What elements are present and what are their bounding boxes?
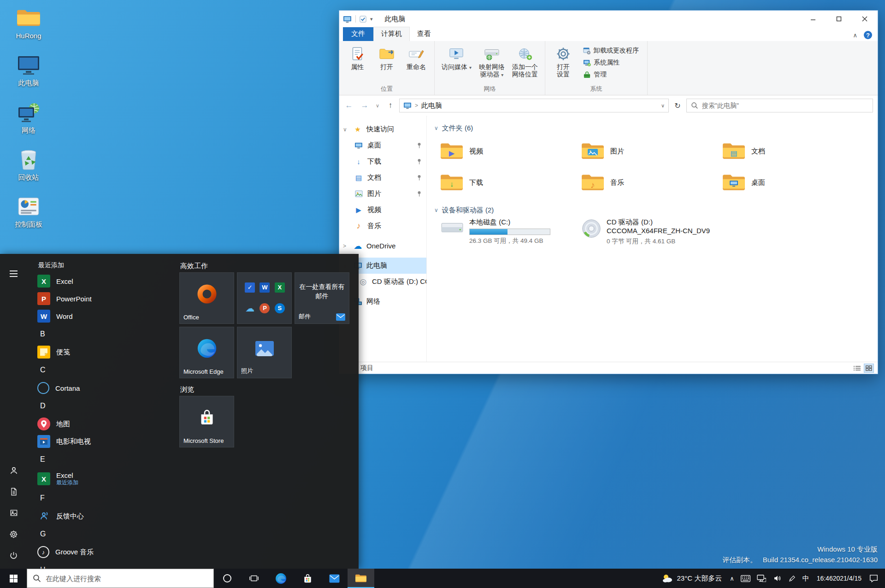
app-item-cortana[interactable]: Cortana [27, 379, 177, 397]
explorer-titlebar[interactable]: ▾ 此电脑 [339, 11, 878, 27]
uninstall-program-button[interactable]: 卸载或更改程序 [581, 46, 641, 56]
section-devices[interactable]: ∨ 设备和驱动器 (2) [434, 204, 878, 216]
access-media-button[interactable]: 访问媒体 ▾ [438, 44, 475, 72]
chevron-down-icon[interactable]: ∨ [343, 126, 352, 133]
close-button[interactable] [852, 11, 878, 27]
system-properties-button[interactable]: 系统属性 [581, 58, 641, 68]
app-item-word[interactable]: W Word [27, 307, 177, 325]
touch-keyboard-icon[interactable] [738, 569, 754, 588]
action-center-icon[interactable] [866, 569, 882, 588]
folder-tile-desktop[interactable]: 桌面 [720, 169, 855, 196]
nav-quick-access[interactable]: ∨ ★ 快速访问 [339, 121, 426, 137]
app-item-maps[interactable]: 地图 [27, 415, 177, 433]
desktop-icon-this-pc[interactable]: 此电脑 [6, 52, 52, 88]
letter-header-d[interactable]: D [27, 397, 177, 415]
tile-office[interactable]: Office [179, 272, 234, 324]
folder-tile-videos[interactable]: ▶ 视频 [438, 138, 572, 165]
explorer-search-input[interactable] [702, 102, 868, 109]
letter-header-g[interactable]: G [27, 525, 177, 543]
task-view-button[interactable] [241, 569, 267, 588]
tile-group-productivity[interactable]: 高效工作 [179, 259, 355, 272]
folder-tile-downloads[interactable]: ↓ 下载 [438, 169, 572, 196]
address-dropdown-icon[interactable]: ∨ [661, 103, 665, 109]
tab-file[interactable]: 文件 [343, 27, 373, 41]
start-button[interactable] [0, 569, 27, 588]
tile-office-apps[interactable]: ✓ W X ☁ P S [237, 272, 292, 324]
folder-tile-pictures[interactable]: 图片 [579, 138, 714, 165]
section-folders[interactable]: ∨ 文件夹 (6) [434, 122, 878, 134]
tab-view[interactable]: 查看 [410, 27, 438, 41]
qat-checkbox-icon[interactable] [360, 16, 366, 23]
tray-overflow-chevron[interactable]: ∧ [726, 569, 738, 588]
weather-widget[interactable]: 23°C 大部多云 [657, 569, 726, 588]
tile-photos[interactable]: 照片 [237, 327, 292, 378]
breadcrumb[interactable]: > 此电脑 ∨ [399, 99, 669, 112]
letter-header-h[interactable]: H [27, 561, 177, 569]
tile-mail[interactable]: 在一处查看所有邮件 邮件 [295, 272, 349, 324]
breadcrumb-location[interactable]: 此电脑 [421, 101, 442, 110]
documents-rail-icon[interactable] [3, 481, 24, 502]
nav-onedrive[interactable]: > ☁ OneDrive [339, 238, 426, 254]
desktop-icon-control-panel[interactable]: 控制面板 [6, 193, 52, 230]
details-view-button[interactable] [852, 364, 862, 373]
taskbar-search[interactable] [27, 569, 214, 588]
drive-c-tile[interactable]: 本地磁盘 (C:) 26.3 GB 可用，共 49.4 GB [438, 216, 579, 247]
help-icon[interactable]: ? [864, 31, 872, 39]
letter-header-c[interactable]: C [27, 361, 177, 379]
taskbar-search-input[interactable] [46, 575, 208, 582]
clock[interactable]: 16:46 2021/4/15 [813, 569, 866, 588]
nav-pictures[interactable]: 图片 [339, 186, 426, 202]
tile-group-browse[interactable]: 浏览 [179, 383, 355, 396]
properties-button[interactable]: 属性 [343, 44, 372, 72]
volume-icon[interactable] [769, 569, 785, 588]
app-item-excel[interactable]: X Excel [27, 272, 177, 290]
mail-taskbar-icon[interactable] [321, 569, 348, 588]
nav-documents[interactable]: ▤ 文档 [339, 170, 426, 186]
desktop-icon-user-folder[interactable]: HuRong [6, 5, 52, 41]
add-network-location-button[interactable]: 添加一个 网络位置 [509, 44, 541, 79]
tile-store[interactable]: Microsoft Store [179, 396, 234, 447]
edge-taskbar-icon[interactable] [267, 569, 294, 588]
cortana-button[interactable] [214, 569, 241, 588]
app-item-feedback-hub[interactable]: 反馈中心 [27, 507, 177, 525]
map-network-drive-button[interactable]: 映射网络 驱动器 ▾ [476, 44, 508, 79]
app-item-movies-tv[interactable]: 电影和电视 [27, 433, 177, 450]
nav-music[interactable]: ♪ 音乐 [339, 218, 426, 234]
explorer-search[interactable] [686, 99, 873, 112]
nav-desktop[interactable]: 桌面 [339, 137, 426, 153]
letter-header-e[interactable]: E [27, 450, 177, 469]
pen-icon[interactable] [785, 569, 799, 588]
tile-edge[interactable]: Microsoft Edge [179, 327, 234, 378]
folder-tile-documents[interactable]: ▤ 文档 [720, 138, 855, 165]
refresh-button[interactable]: ↻ [671, 99, 684, 112]
qat-dropdown-icon[interactable]: ▾ [370, 16, 373, 22]
letter-header-b[interactable]: B [27, 325, 177, 343]
minimize-button[interactable] [800, 11, 826, 27]
desktop-icon-network[interactable]: 网络 [6, 99, 52, 136]
pictures-rail-icon[interactable] [3, 502, 24, 523]
chevron-right-icon[interactable]: > [343, 243, 352, 249]
app-item-stickynotes[interactable]: 便笺 [27, 343, 177, 361]
rename-button[interactable]: 重命名 [402, 44, 431, 72]
desktop-icon-recycle-bin[interactable]: 回收站 [6, 146, 52, 183]
app-item-powerpoint[interactable]: P PowerPoint [27, 290, 177, 307]
file-explorer-taskbar-icon[interactable] [348, 569, 374, 588]
user-account-icon[interactable] [3, 460, 24, 481]
expand-menu-icon[interactable] [3, 263, 24, 284]
up-button[interactable]: ↑ [384, 99, 397, 112]
forward-button[interactable]: → [358, 99, 372, 112]
store-taskbar-icon[interactable] [294, 569, 321, 588]
large-icons-view-button[interactable] [864, 364, 874, 373]
back-button[interactable]: ← [342, 99, 356, 112]
manage-button[interactable]: 管理 [581, 70, 641, 80]
settings-gear-icon[interactable] [3, 523, 24, 545]
folder-tile-music[interactable]: ♪ 音乐 [579, 169, 714, 196]
drive-d-tile[interactable]: CD 驱动器 (D:)CCCOMA_X64FRE_ZH-CN_DV9 0 字节 … [579, 216, 712, 247]
open-settings-button[interactable]: 打开 设置 [549, 44, 578, 79]
nav-videos[interactable]: ▶ 视频 [339, 202, 426, 218]
app-item-groove-music[interactable]: ♪ Groove 音乐 [27, 543, 177, 561]
collapse-ribbon-icon[interactable]: ∧ [853, 32, 857, 39]
app-item-excel-recent[interactable]: X Excel 最近添加 [27, 469, 177, 489]
ime-indicator[interactable]: 中 [799, 569, 813, 588]
nav-downloads[interactable]: ↓ 下载 [339, 153, 426, 170]
